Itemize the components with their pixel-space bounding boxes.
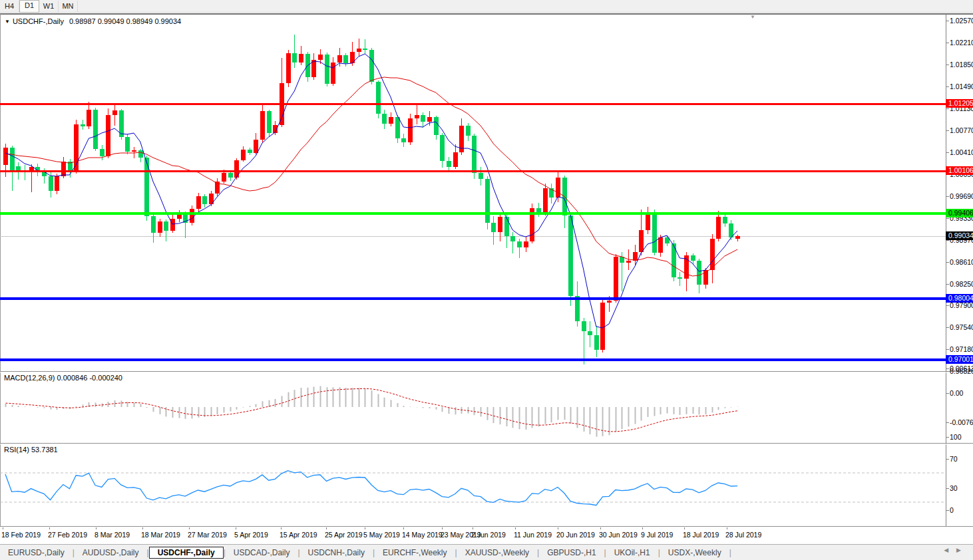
- tab-scroll-arrows[interactable]: ◀▶: [944, 547, 969, 553]
- chart-tab-eurchf-weekly[interactable]: EURCHF-,Weekly: [375, 547, 455, 559]
- time-axis-label: 11 Jun 2019: [514, 531, 552, 539]
- time-axis-label: 5 Apr 2019: [234, 531, 268, 539]
- chart-tab-ukoil-h1[interactable]: UKOil-,H1: [606, 547, 658, 559]
- time-axis-label: 2 Jun 2019: [471, 531, 506, 539]
- timeframe-button-d1[interactable]: D1: [19, 0, 39, 13]
- time-axis-label: 14 May 2019: [402, 531, 443, 539]
- time-axis-label: 18 Mar 2019: [141, 531, 180, 539]
- time-axis-label: 18 Jul 2019: [683, 531, 719, 539]
- tab-scroll-right-icon[interactable]: ▶: [956, 547, 969, 553]
- time-axis-label: 20 Jun 2019: [556, 531, 595, 539]
- mt4-window: H4D1W1MN ▼USDCHF-,Daily0.98987 0.99049 0…: [0, 0, 973, 560]
- time-axis-label: 27 Mar 2019: [188, 531, 227, 539]
- timeframe-button-h4[interactable]: H4: [0, 1, 19, 12]
- time-axis-label: 18 Feb 2019: [1, 531, 41, 539]
- time-axis-label: 5 May 2019: [363, 531, 400, 539]
- tab-scroll-left-icon[interactable]: ◀: [944, 547, 956, 553]
- tab-separator: |: [729, 548, 731, 557]
- time-axis-label: 8 Mar 2019: [95, 531, 130, 539]
- chart-region[interactable]: ▼USDCHF-,Daily0.98987 0.99049 0.98949 0.…: [0, 14, 973, 544]
- timeframe-toolbar: H4D1W1MN: [0, 0, 973, 13]
- chart-tab-xauusd-weekly[interactable]: XAUUSD-,Weekly: [457, 547, 537, 559]
- chart-tab-usdcnh-daily[interactable]: USDCNH-,Daily: [300, 547, 373, 559]
- time-axis-label: 28 Jul 2019: [725, 531, 761, 539]
- time-axis-label: 23 May 2019: [441, 531, 481, 539]
- chart-tab-usdx-weekly[interactable]: USDX-,Weekly: [660, 547, 729, 559]
- chart-tab-bar: EURUSD-,Daily|AUDUSD-,Daily|USDCHF-,Dail…: [0, 544, 973, 560]
- chart-tab-usdchf-daily[interactable]: USDCHF-,Daily: [149, 547, 224, 559]
- time-axis-label: 27 Feb 2019: [48, 531, 87, 539]
- chart-tab-audusd-daily[interactable]: AUDUSD-,Daily: [75, 547, 147, 559]
- timeframe-button-mn[interactable]: MN: [59, 1, 78, 12]
- chart-tab-gbpusd-h1[interactable]: GBPUSD-,H1: [539, 547, 604, 559]
- chart-tab-usdcad-daily[interactable]: USDCAD-,Daily: [226, 547, 298, 559]
- chart-tab-eurusd-daily[interactable]: EURUSD-,Daily: [0, 547, 73, 559]
- time-axis-label: 15 Apr 2019: [280, 531, 317, 539]
- candlestick-chart[interactable]: [0, 14, 973, 529]
- time-axis-label: 25 Apr 2019: [325, 531, 363, 539]
- time-axis-label: 30 Jun 2019: [599, 531, 638, 539]
- timeframe-button-w1[interactable]: W1: [39, 1, 59, 12]
- time-axis-label: 9 Jul 2019: [641, 531, 673, 539]
